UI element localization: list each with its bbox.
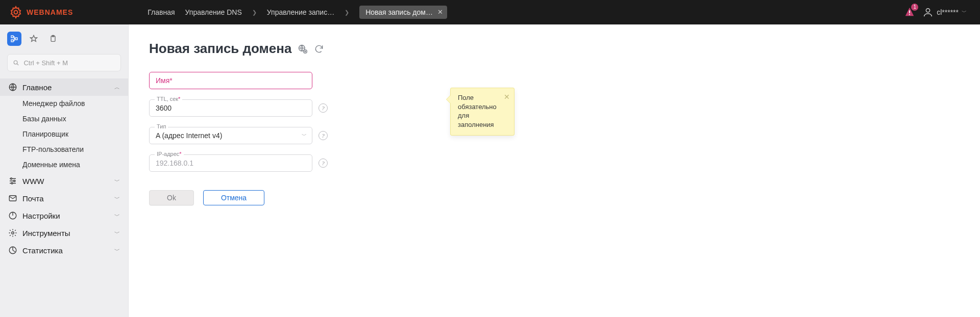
- type-field[interactable]: Тип A (адрес Internet v4) ﹀: [149, 127, 312, 144]
- nav-domains[interactable]: Доменные имена: [0, 157, 128, 172]
- user-menu[interactable]: cl****** ﹀: [922, 7, 967, 18]
- sidebar-tab-tree[interactable]: [7, 32, 21, 46]
- breadcrumbs: Главная Управление DNS ❯ Управление запи…: [148, 0, 447, 24]
- nav-group-mail[interactable]: Почта ﹀: [0, 190, 128, 207]
- gear-icon: [9, 6, 22, 19]
- chevron-down-icon: ﹀: [114, 247, 120, 254]
- svg-rect-6: [15, 38, 17, 40]
- field-row-name: Имя*: [149, 72, 328, 89]
- field-row-ttl: TTL, сек* ?: [149, 99, 328, 117]
- notifications-badge: 1: [911, 4, 918, 11]
- notifications-icon[interactable]: 1: [904, 7, 915, 18]
- chevron-down-icon: ﹀: [962, 9, 967, 16]
- nav-group-www[interactable]: WWW ﹀: [0, 172, 128, 190]
- close-icon[interactable]: ✕: [437, 6, 443, 19]
- type-label: Тип: [155, 123, 168, 129]
- mail-icon: [8, 194, 17, 203]
- ttl-field[interactable]: TTL, сек*: [149, 99, 312, 117]
- brand-logo[interactable]: WEBNAMES: [0, 6, 81, 19]
- form-actions: Ok Отмена: [149, 190, 960, 205]
- nav-group-tools-label: Инструменты: [22, 229, 70, 237]
- nav-group-stats-label: Статистика: [22, 246, 63, 255]
- chevron-down-icon: ﹀: [114, 212, 120, 220]
- breadcrumb-home[interactable]: Главная: [148, 0, 175, 24]
- svg-point-9: [14, 61, 17, 64]
- chevron-up-icon: ︿: [114, 84, 120, 91]
- nav-group-main-label: Главное: [22, 83, 52, 92]
- sidebar-search[interactable]: [7, 54, 121, 71]
- chevron-down-icon: ﹀: [114, 177, 120, 185]
- main-content: Новая запись домена Имя* TTL, сек* ? Тип…: [129, 24, 980, 317]
- nav-group-mail-label: Почта: [22, 194, 44, 203]
- nav-ftp-users[interactable]: FTP-пользователи: [0, 142, 128, 157]
- nav-group-www-label: WWW: [22, 177, 44, 186]
- field-row-type: Тип A (адрес Internet v4) ﹀ ?: [149, 127, 328, 144]
- name-field[interactable]: Имя*: [149, 72, 312, 89]
- nav-group-settings-label: Настройки: [22, 212, 60, 220]
- field-row-ip: IP-адрес* ?: [149, 154, 328, 172]
- hint-icon[interactable]: ?: [318, 103, 328, 113]
- nav-children-main: Менеджер файлов Базы данных Планировщик …: [0, 96, 128, 172]
- gear-icon: [8, 228, 17, 237]
- user-icon: [922, 7, 934, 18]
- sidebar-tab-favorites[interactable]: [27, 32, 41, 46]
- ttl-input[interactable]: [156, 104, 306, 112]
- type-value: A (адрес Internet v4): [156, 131, 306, 140]
- stats-icon: [8, 246, 17, 255]
- cancel-button[interactable]: Отмена: [203, 190, 264, 205]
- refresh-icon[interactable]: [314, 44, 324, 54]
- ip-field[interactable]: IP-адрес*: [149, 154, 312, 172]
- power-icon: [8, 211, 17, 220]
- svg-point-0: [14, 11, 18, 14]
- chevron-right-icon: ❯: [345, 9, 349, 16]
- search-icon: [13, 59, 19, 67]
- breadcrumb-current-label: Новая запись дом…: [365, 6, 433, 19]
- close-icon[interactable]: ✕: [504, 92, 510, 102]
- svg-point-12: [14, 180, 15, 182]
- brand-name: WEBNAMES: [27, 8, 73, 16]
- page-title-row: Новая запись домена: [149, 41, 960, 57]
- nav-databases[interactable]: Базы данных: [0, 111, 128, 126]
- chevron-down-icon: ﹀: [114, 195, 120, 202]
- validation-tooltip: ✕ Поле обязательно для заполнения: [450, 88, 514, 136]
- ttl-label: TTL, сек*: [155, 96, 182, 102]
- sidebar-tab-clipboard[interactable]: [46, 32, 60, 46]
- svg-point-3: [926, 9, 930, 12]
- topbar-right: 1 cl****** ﹀: [904, 7, 980, 18]
- validation-tooltip-text: Поле обязательно для заполнения: [458, 94, 497, 128]
- chevron-down-icon: ﹀: [114, 229, 120, 237]
- topbar: WEBNAMES Главная Управление DNS ❯ Управл…: [0, 0, 980, 24]
- ok-button[interactable]: Ok: [149, 190, 194, 205]
- breadcrumb-current[interactable]: Новая запись дом… ✕: [359, 6, 447, 19]
- sidebar-tabs: [0, 24, 128, 49]
- nav-group-tools[interactable]: Инструменты ﹀: [0, 224, 128, 242]
- nav-file-manager[interactable]: Менеджер файлов: [0, 96, 128, 111]
- hint-icon[interactable]: ?: [318, 158, 328, 168]
- svg-rect-4: [11, 36, 13, 38]
- sidebar: Главное ︿ Менеджер файлов Базы данных Пл…: [0, 24, 129, 317]
- ip-label: IP-адрес*: [155, 151, 184, 157]
- svg-point-13: [11, 182, 13, 184]
- chevron-right-icon: ❯: [252, 9, 257, 16]
- nav-group-settings[interactable]: Настройки ﹀: [0, 207, 128, 224]
- svg-point-11: [11, 178, 12, 179]
- ip-input[interactable]: [156, 159, 306, 167]
- svg-point-20: [305, 50, 306, 51]
- svg-point-19: [304, 49, 307, 53]
- page-title: Новая запись домена: [149, 41, 291, 57]
- hint-icon[interactable]: ?: [318, 131, 328, 140]
- sliders-icon: [8, 176, 17, 186]
- breadcrumb-records[interactable]: Управление запис…: [267, 0, 334, 24]
- nav-group-stats[interactable]: Статистика ﹀: [0, 242, 128, 259]
- svg-point-16: [12, 232, 14, 234]
- breadcrumb-dns[interactable]: Управление DNS: [185, 0, 242, 24]
- svg-rect-5: [11, 40, 13, 42]
- svg-rect-2: [909, 14, 910, 15]
- svg-rect-1: [909, 10, 910, 13]
- globe-gear-icon[interactable]: [298, 44, 308, 54]
- user-label: cl******: [937, 8, 959, 16]
- nav-group-main[interactable]: Главное ︿: [0, 78, 128, 96]
- chevron-down-icon: ﹀: [302, 132, 307, 139]
- nav-scheduler[interactable]: Планировщик: [0, 126, 128, 142]
- search-input[interactable]: [23, 59, 115, 67]
